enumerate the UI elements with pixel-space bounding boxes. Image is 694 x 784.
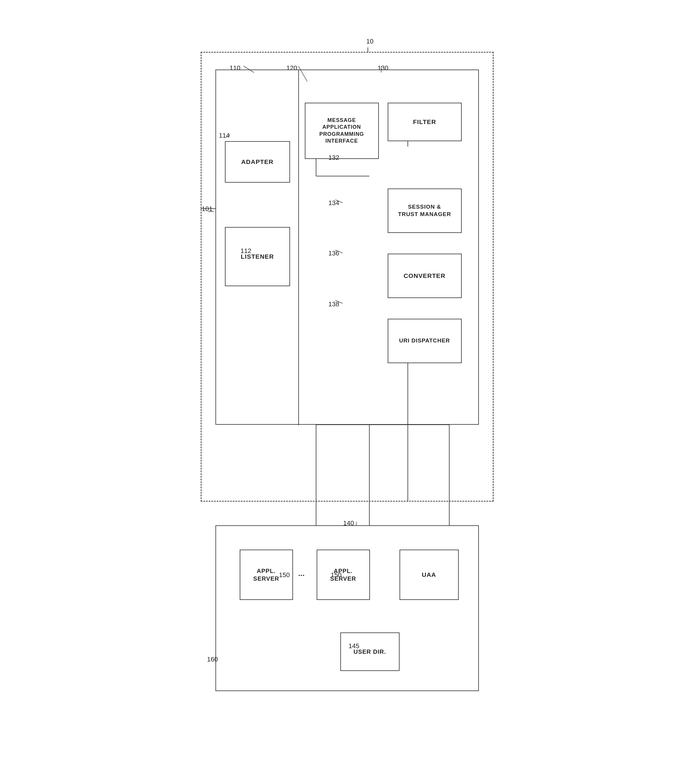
user-dir-box: USER DIR. — [340, 632, 399, 671]
ref-101: 101 — [202, 205, 213, 213]
filter-box: FILTER — [388, 103, 462, 141]
ref-120: 120 — [287, 64, 297, 72]
ref-130: 130 — [377, 64, 389, 72]
listener-box: LISTENER — [225, 227, 290, 286]
ref-112: 112 — [241, 247, 252, 255]
converter-box: CONVERTER — [388, 254, 462, 298]
appl-server-2-box: APPL. SERVER — [317, 550, 370, 600]
message-api-box: MESSAGE APPLICATION PROGRAMMING INTERFAC… — [305, 103, 379, 159]
ref-145: 145 — [349, 642, 359, 650]
ref-160: 160 — [207, 656, 218, 663]
ref-134: 134 — [328, 199, 340, 207]
ref-10-label: 10 — [366, 38, 374, 45]
ref-150a: 150 — [279, 571, 290, 579]
diagram-container: 10 ADAPTER LISTENER MESSAGE APPLICATION … — [192, 22, 503, 762]
ref-150b: 150 — [331, 571, 342, 579]
ref-110: 110 — [230, 64, 241, 72]
ref-138: 138 — [328, 300, 340, 308]
ref-114: 114 — [219, 132, 230, 139]
ref-132: 132 — [328, 154, 340, 161]
ref-136: 136 — [328, 249, 340, 257]
external-box: APPL. SERVER ... APPL. SERVER UAA USER D… — [216, 525, 479, 691]
session-trust-box: SESSION & TRUST MANAGER — [388, 189, 462, 233]
ref-140: 140 — [343, 519, 354, 527]
uri-dispatcher-box: URI DISPATCHER — [388, 319, 462, 363]
dots-label: ... — [298, 569, 305, 578]
uaa-box: UAA — [399, 550, 459, 600]
adapter-box: ADAPTER — [225, 141, 290, 183]
inner-solid-box: ADAPTER LISTENER MESSAGE APPLICATION PRO… — [216, 69, 479, 425]
